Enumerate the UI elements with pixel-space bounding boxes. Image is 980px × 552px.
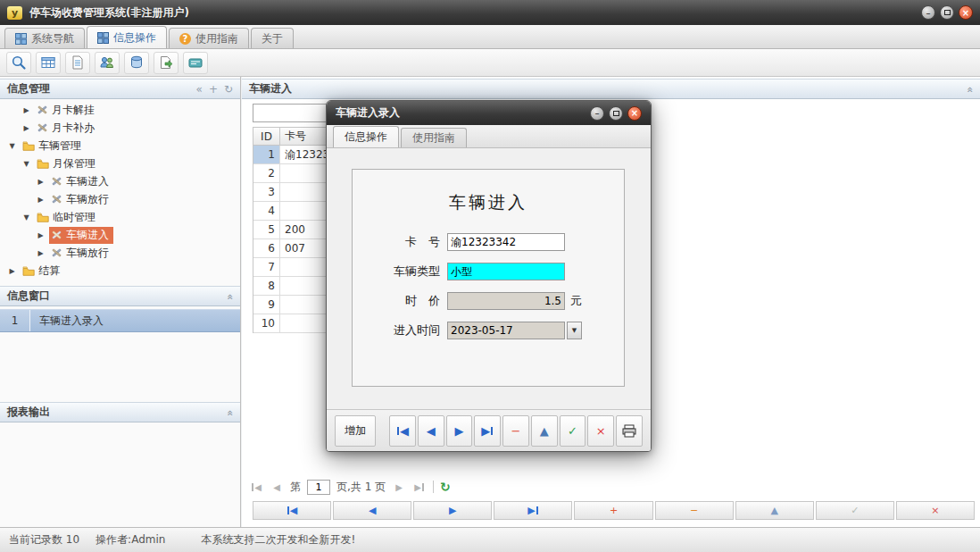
search-button[interactable] (6, 52, 31, 74)
tree-item-selected[interactable]: ▶ 车辆进入 (0, 226, 240, 244)
tab-system-nav[interactable]: 系统导航 (4, 28, 85, 48)
last-page-button[interactable]: ▶ (412, 482, 427, 492)
tree-collapsed-icon[interactable]: ▶ (36, 178, 46, 186)
tree-expanded-icon[interactable]: ▼ (7, 142, 17, 150)
tab-info-operation[interactable]: 信息操作 (87, 26, 167, 48)
export-button[interactable] (154, 52, 179, 74)
tree-item[interactable]: ▶ 月卡补办 (0, 119, 240, 137)
first-page-button[interactable]: ◀ (249, 482, 263, 492)
print-record-button[interactable] (616, 415, 643, 447)
cell-id[interactable]: 8 (253, 277, 280, 296)
tab-about[interactable]: 关于 (251, 28, 294, 48)
cancel-record-button[interactable]: × (896, 501, 975, 520)
tree-collapsed-icon[interactable]: ▶ (21, 106, 31, 114)
vehicle-type-field[interactable] (447, 263, 565, 280)
cell-id[interactable]: 6 (253, 239, 280, 258)
next-page-icon: ▶ (395, 482, 403, 492)
prev-record-button[interactable]: ◀ (418, 415, 444, 447)
tree-item[interactable]: ▶ 车辆放行 (0, 190, 240, 208)
next-page-button[interactable]: ▶ (392, 482, 406, 492)
navigation-tree: ▶ 月卡解挂 ▶ 月卡补办 ▼ 车辆管理 ▼ 月保管理 ▶ 车辆进入 ▶ 车辆放… (0, 101, 240, 280)
post-record-button[interactable]: ✓ (816, 501, 894, 520)
next-record-button[interactable]: ▶ (446, 415, 473, 447)
collapse-up-icon[interactable]: « (224, 293, 237, 298)
add-button[interactable]: 增加 (335, 415, 376, 447)
tree-collapsed-icon[interactable]: ▶ (21, 124, 31, 132)
collapse-up-icon[interactable]: « (964, 86, 976, 91)
window-title: 停车场收费管理系统(非注册用户) (29, 5, 189, 21)
hourly-price-field[interactable] (447, 292, 565, 310)
delete-record-button[interactable]: − (502, 415, 529, 447)
refresh-button[interactable]: ↻ (440, 480, 451, 494)
dialog-titlebar[interactable]: 车辆进入录入 – × (327, 101, 651, 125)
insert-record-button[interactable]: + (574, 501, 652, 520)
column-header-id[interactable]: ID (253, 128, 280, 146)
last-record-button[interactable]: ▶ (474, 415, 501, 447)
edit-record-button[interactable]: ▲ (531, 415, 558, 447)
tree-collapsed-icon[interactable]: ▶ (36, 231, 46, 239)
date-dropdown-icon[interactable]: ▼ (567, 322, 582, 339)
add-icon[interactable]: + (209, 83, 218, 96)
tree-item[interactable]: ▶ 月卡解挂 (0, 101, 240, 119)
collapse-left-icon[interactable]: « (196, 83, 203, 96)
tree-item[interactable]: ▶ 车辆放行 (0, 244, 240, 262)
tree-item[interactable]: ▼ 车辆管理 (0, 137, 240, 155)
tree-item[interactable]: ▶ 结算 (0, 262, 240, 280)
cell-id[interactable]: 1 (253, 146, 280, 164)
tree-collapsed-icon[interactable]: ▶ (36, 196, 46, 204)
tree-collapsed-icon[interactable]: ▶ (36, 249, 46, 257)
users-button[interactable] (95, 52, 120, 74)
tree-item-label: 车辆放行 (66, 246, 109, 261)
entry-form: 卡 号 车辆类型 时 价 元 进入时间 ▼ (353, 232, 624, 340)
collapse-up-icon[interactable]: « (224, 409, 237, 414)
vehicle-entry-panel-header[interactable]: 车辆进入 « (242, 79, 980, 99)
table-view-button[interactable] (36, 52, 61, 74)
confirm-button[interactable]: ✓ (560, 415, 586, 447)
report-output-panel-header[interactable]: 报表输出 « (0, 402, 240, 422)
card-number-field[interactable] (447, 233, 565, 251)
next-record-icon: ▶ (449, 505, 456, 516)
tree-item[interactable]: ▼ 临时管理 (0, 208, 240, 226)
refresh-icon[interactable]: ↻ (224, 83, 233, 96)
page-number-input[interactable] (307, 480, 330, 495)
minimize-button[interactable]: – (921, 5, 935, 20)
info-window-item[interactable]: 1 车辆进入录入 (0, 309, 240, 332)
panel-title: 信息窗口 (7, 289, 50, 304)
tree-item[interactable]: ▶ 车辆进入 (0, 172, 240, 190)
entry-time-field[interactable] (447, 322, 565, 339)
cell-id[interactable]: 10 (253, 314, 280, 333)
cell-id[interactable]: 5 (253, 221, 280, 239)
delete-record-button[interactable]: − (655, 501, 734, 520)
tree-expanded-icon[interactable]: ▼ (21, 213, 31, 222)
window-titlebar[interactable]: y 停车场收费管理系统(非注册用户) – × (0, 0, 980, 25)
cell-id[interactable]: 4 (253, 202, 280, 221)
first-record-button[interactable]: ◀ (253, 501, 331, 520)
dialog-tab-info-operation[interactable]: 信息操作 (333, 126, 399, 147)
document-button[interactable] (65, 52, 90, 74)
last-record-button[interactable]: ▶ (494, 501, 572, 520)
cell-id[interactable]: 9 (253, 296, 280, 314)
dialog-maximize-button[interactable] (609, 106, 623, 121)
tree-collapsed-icon[interactable]: ▶ (7, 267, 17, 275)
dialog-minimize-button[interactable]: – (590, 106, 604, 121)
print-button[interactable] (183, 52, 208, 74)
prev-record-button[interactable]: ◀ (333, 501, 411, 520)
tab-user-guide[interactable]: ? 使用指南 (169, 28, 249, 48)
info-management-panel-header[interactable]: 信息管理 « + ↻ (0, 79, 240, 99)
tree-expanded-icon[interactable]: ▼ (21, 160, 31, 168)
dialog-close-button[interactable]: × (627, 106, 642, 121)
close-button[interactable]: × (959, 5, 973, 20)
edit-record-button[interactable]: ▲ (735, 501, 814, 520)
cell-id[interactable]: 2 (253, 164, 280, 183)
next-record-button[interactable]: ▶ (413, 501, 492, 520)
cell-id[interactable]: 3 (253, 183, 280, 202)
info-window-panel-header[interactable]: 信息窗口 « (0, 286, 240, 306)
tree-item[interactable]: ▼ 月保管理 (0, 155, 240, 172)
dialog-tab-user-guide[interactable]: 使用指南 (401, 128, 467, 147)
database-button[interactable] (124, 52, 149, 74)
prev-page-button[interactable]: ◀ (270, 482, 284, 492)
maximize-button[interactable] (940, 5, 954, 20)
cancel-button[interactable]: × (587, 415, 614, 447)
first-record-button[interactable]: ◀ (389, 415, 416, 447)
cell-id[interactable]: 7 (253, 258, 280, 277)
